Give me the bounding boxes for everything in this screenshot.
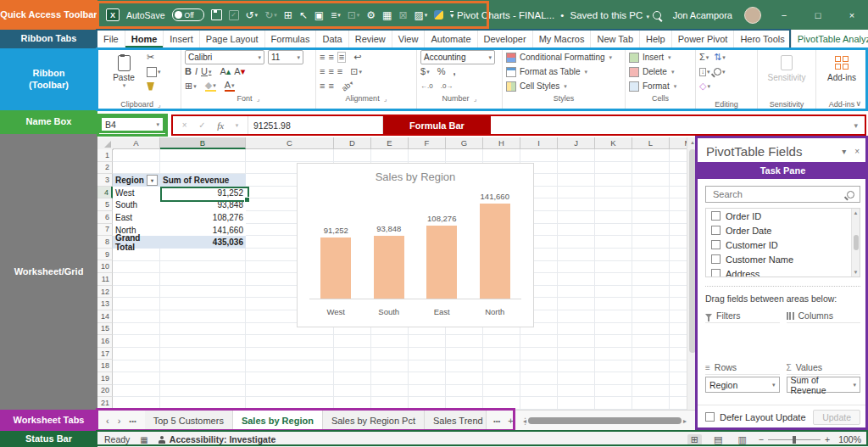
dialog-launcher-icon[interactable]: ⌟ xyxy=(257,95,260,103)
wrap-text-icon[interactable]: ↩ xyxy=(353,53,361,62)
fill-handle[interactable] xyxy=(244,197,250,203)
bold-button[interactable]: B xyxy=(185,67,192,76)
row-header-17[interactable]: 17 xyxy=(97,348,113,360)
column-header-C[interactable]: C xyxy=(246,137,334,149)
ribbon-tab-insert[interactable]: Insert xyxy=(164,30,200,48)
insert-cells-button[interactable]: Insert▾ xyxy=(629,51,692,64)
all-sheets-icon[interactable]: ••• xyxy=(129,417,136,425)
row-header-3[interactable]: 3 xyxy=(97,174,113,187)
delete-cells-button[interactable]: Delete▾ xyxy=(629,65,692,78)
pane-close-icon[interactable]: × xyxy=(854,147,860,156)
normal-view-button[interactable]: ⊞ xyxy=(687,434,702,445)
increase-decimal-icon[interactable]: ←.0 xyxy=(420,83,433,90)
field-item-customer-id[interactable]: Customer ID xyxy=(706,237,860,252)
underline-button[interactable]: U▾ xyxy=(201,67,211,76)
row-header-10[interactable]: 10 xyxy=(97,260,113,273)
horizontal-scroll-thumb[interactable] xyxy=(528,417,682,424)
sales-by-region-chart[interactable]: Sales by Region91,25293,848108,276141,66… xyxy=(297,163,534,327)
dialog-launcher-icon[interactable]: ⌟ xyxy=(158,101,161,109)
export-icon[interactable]: ▣ xyxy=(314,10,324,20)
ribbon-tab-developer[interactable]: Developer xyxy=(478,30,533,48)
row-header-13[interactable]: 13 xyxy=(97,298,113,310)
find-select-button[interactable]: ▾ xyxy=(714,68,726,75)
column-header-D[interactable]: D xyxy=(334,137,371,149)
zoom-level[interactable]: 100% xyxy=(838,434,861,444)
autosum-button[interactable]: Σ▾ xyxy=(699,53,709,62)
zoom-out-button[interactable]: − xyxy=(759,434,764,444)
addins-button[interactable]: Add-ins xyxy=(822,51,861,82)
fill-button[interactable]: ↓▾ xyxy=(699,68,710,76)
column-header-L[interactable]: L xyxy=(632,137,670,149)
ribbon-tab-formulas[interactable]: Formulas xyxy=(265,30,317,48)
ribbon-tab-review[interactable]: Review xyxy=(349,30,392,48)
values-field-chip[interactable]: Sum of Revenue▾ xyxy=(787,377,861,393)
clear-button[interactable]: ◇▾ xyxy=(699,81,710,91)
font-name-combo[interactable]: Calibri▾ xyxy=(185,50,264,64)
pivot-cell-A4[interactable]: West xyxy=(113,187,160,199)
minimize-button[interactable]: − xyxy=(773,10,795,20)
borders-button[interactable]: ⊞▾ xyxy=(185,81,197,91)
ribbon-tab-page-layout[interactable]: Page Layout xyxy=(200,30,265,48)
row-header-16[interactable]: 16 xyxy=(97,335,113,348)
notes-icon[interactable]: ▦ xyxy=(382,10,392,20)
field-item-order-date[interactable]: Order Date xyxy=(706,223,860,237)
row-header-18[interactable]: 18 xyxy=(97,360,113,372)
autosave-toggle[interactable]: Off xyxy=(172,8,204,21)
column-header-G[interactable]: G xyxy=(446,137,483,149)
fill-color-button[interactable]: ◆▾ xyxy=(205,81,216,92)
horizontal-scrollbar[interactable]: ◂ ▸ xyxy=(523,415,687,427)
selected-cell-B4[interactable] xyxy=(160,187,249,203)
column-header-F[interactable]: F xyxy=(409,137,446,149)
pivot-cell-A3[interactable]: Region▾ xyxy=(113,174,160,187)
page-layout-view-button[interactable]: ▤ xyxy=(710,434,726,445)
row-header-14[interactable]: 14 xyxy=(97,310,113,323)
accounting-format-icon[interactable]: $▾ xyxy=(420,67,430,76)
format-as-table-button[interactable]: Format as Table▾ xyxy=(506,65,621,78)
pivot-cell-B8[interactable]: 435,036 xyxy=(160,236,246,249)
field-checkbox[interactable] xyxy=(711,254,721,264)
dialog-launcher-icon[interactable]: ⌟ xyxy=(384,95,387,103)
rows-field-chip[interactable]: Region▾ xyxy=(705,377,780,393)
decrease-decimal-icon[interactable]: .0→ xyxy=(441,83,453,90)
insert-function-icon[interactable]: fx xyxy=(217,120,224,131)
row-header-15[interactable]: 15 xyxy=(97,323,113,336)
align-bottom-icon[interactable]: ≡ xyxy=(337,52,346,63)
worksheet-grid[interactable]: ABCDEFGHIJKLM 12345678910111213141516171… xyxy=(97,137,687,410)
pivot-cell-B3[interactable]: Sum of Revenue xyxy=(160,174,246,187)
number-format-combo[interactable]: Accounting▾ xyxy=(420,50,495,64)
column-header-M[interactable]: M xyxy=(670,137,687,149)
ribbon-tab-home[interactable]: Home xyxy=(125,30,164,48)
ribbon-tab-new-tab[interactable]: New Tab xyxy=(591,30,640,48)
row-header-1[interactable]: 1 xyxy=(97,149,113,162)
fields-search-box[interactable] xyxy=(705,186,860,203)
field-list-scrollbar[interactable]: ▲ ▼ xyxy=(851,209,860,277)
column-header-A[interactable]: A xyxy=(113,137,160,149)
filters-area[interactable] xyxy=(705,323,780,357)
ribbon-tab-data[interactable]: Data xyxy=(316,30,348,48)
field-checkbox[interactable] xyxy=(711,211,721,221)
user-name[interactable]: Jon Acampora xyxy=(673,10,732,20)
field-item-order-id[interactable]: Order ID xyxy=(706,209,860,223)
row-header-5[interactable]: 5 xyxy=(97,198,113,211)
columns-area[interactable] xyxy=(787,323,861,357)
row-header-19[interactable]: 19 xyxy=(97,372,113,385)
row-header-11[interactable]: 11 xyxy=(97,273,113,286)
ribbon-tab-automate[interactable]: Automate xyxy=(425,30,477,48)
zoom-thumb[interactable] xyxy=(793,436,796,444)
ribbon-tab-file[interactable]: File xyxy=(97,30,125,48)
orientation-icon[interactable]: ab▾ xyxy=(341,79,355,92)
row-header-6[interactable]: 6 xyxy=(97,211,113,224)
cell-styles-button[interactable]: Cell Styles▾ xyxy=(506,80,621,92)
expand-formula-bar-icon[interactable]: ▾ xyxy=(854,121,865,130)
scroll-left-icon[interactable]: ◂ xyxy=(523,417,526,425)
row-header-12[interactable]: 12 xyxy=(97,286,113,299)
name-box[interactable]: B4 ▾ xyxy=(99,115,165,133)
sheet-tab-sales-trend[interactable]: Sales Trend xyxy=(425,411,487,431)
column-header-I[interactable]: I xyxy=(520,137,558,149)
outline-icon[interactable]: ≡▾ xyxy=(331,10,341,20)
column-header-B[interactable]: B xyxy=(160,137,246,149)
percent-style-icon[interactable]: % xyxy=(437,67,446,76)
more-sheets-icon[interactable]: ••• xyxy=(493,417,500,425)
row-header-21[interactable]: 21 xyxy=(97,397,113,410)
align-top-icon[interactable]: ≡ xyxy=(320,53,325,62)
